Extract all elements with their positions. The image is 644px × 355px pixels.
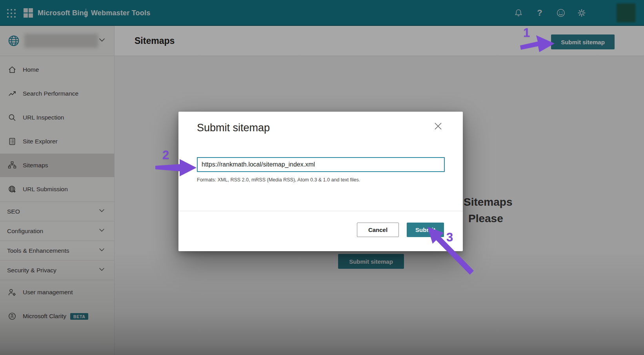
step-number-2: 2 — [162, 148, 169, 162]
close-icon[interactable] — [431, 120, 445, 133]
submit-button[interactable]: Submit — [407, 223, 444, 237]
step-number-1: 1 — [523, 26, 530, 40]
dialog-title: Submit sitemap — [197, 122, 270, 134]
dialog-footer-divider — [178, 211, 463, 211]
step-number-3: 3 — [446, 230, 453, 245]
formats-helper-text: Formats: XML, RSS 2.0, mRSS (Media RSS),… — [197, 177, 360, 183]
sitemap-url-input[interactable] — [197, 157, 445, 172]
bing-webmaster-tools-app: Microsoft Bing Webmaster Tools ? — [0, 0, 644, 355]
cancel-button[interactable]: Cancel — [357, 223, 399, 237]
submit-sitemap-dialog: Submit sitemap Formats: XML, RSS 2.0, mR… — [178, 112, 463, 251]
